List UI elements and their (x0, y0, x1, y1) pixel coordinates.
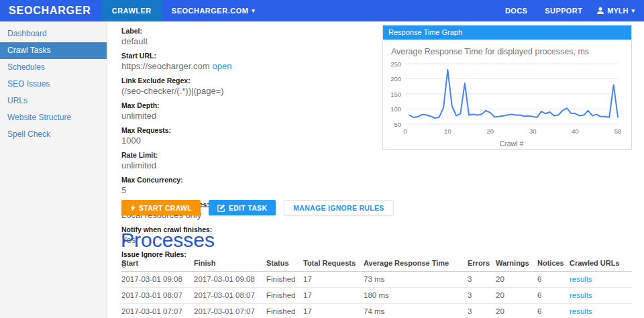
sidebar-item-crawl-tasks[interactable]: Crawl Tasks (0, 42, 107, 59)
start-crawl-button[interactable]: START CRAWL (121, 200, 201, 215)
chevron-down-icon: ▾ (631, 7, 635, 14)
sidebar-item-dashboard[interactable]: Dashboard (0, 25, 107, 42)
results-link[interactable]: results (570, 275, 592, 283)
table-cell: Finished (266, 288, 303, 304)
column-header: Average Response Time (364, 256, 468, 272)
y-tick-label: 150 (390, 91, 401, 98)
start-crawl-label: START CRAWL (139, 204, 192, 212)
x-tick-label: 50 (614, 127, 622, 135)
table-cell: 180 ms (364, 288, 468, 304)
navbar-right: DOCS SUPPORT MYLH ▾ (496, 0, 644, 21)
field-value: (/seo-checker/(.*))|(page=) (121, 86, 370, 96)
table-cell: 2017-03-01 09:08 (194, 272, 266, 288)
task-actions: START CRAWL EDIT TASK MANAGE IGNORE RULE… (121, 200, 394, 215)
x-tick-label: 40 (572, 127, 579, 135)
table-cell: 20 (496, 272, 537, 288)
sidebar-item-spell-check[interactable]: Spell Check (0, 126, 107, 143)
table-cell: 20 (496, 304, 537, 318)
docs-link[interactable]: DOCS (496, 0, 536, 21)
table-cell: results (570, 304, 632, 318)
open-url-link[interactable]: open (213, 61, 232, 71)
nav-tab-crawler[interactable]: CRAWLER (102, 0, 162, 21)
field-value: unlimited (121, 160, 370, 170)
table-cell: 17 (303, 288, 364, 304)
column-header: Crawled URLs (570, 256, 632, 272)
chevron-down-icon: ▾ (252, 7, 255, 14)
table-cell: 74 ms (364, 304, 468, 318)
main-content: Label:defaultStart URL:https://seocharge… (108, 21, 644, 318)
x-tick-label: 30 (529, 127, 537, 135)
brand-logo[interactable]: SEOCHARGER (0, 0, 102, 21)
x-tick-label: 0 (403, 127, 407, 135)
task-field: Max Requests:1000 (121, 126, 370, 146)
y-tick-label: 100 (390, 105, 401, 113)
support-link[interactable]: SUPPORT (536, 0, 591, 21)
table-cell: Finished (266, 304, 303, 318)
response-time-graph-panel: Response Time Graph Average Response Tim… (382, 25, 632, 150)
processes-table-head: StartFinishStatusTotal RequestsAverage R… (121, 256, 632, 272)
column-header: Status (266, 256, 303, 272)
field-label: Link Exclude Regex: (121, 76, 370, 85)
table-cell: 17 (303, 272, 364, 288)
sidebar-item-website-structure[interactable]: Website Structure (0, 109, 107, 126)
user-menu-dropdown[interactable]: MYLH ▾ (591, 0, 644, 21)
edit-icon (217, 204, 225, 212)
column-header: Total Requests (303, 256, 364, 272)
x-tick-label: 10 (444, 127, 451, 135)
edit-task-label: EDIT TASK (229, 204, 267, 212)
user-icon (596, 7, 604, 15)
task-field: Link Exclude Regex:(/seo-checker/(.*))|(… (121, 76, 370, 96)
table-cell: 3 (468, 272, 496, 288)
processes-title: Processes (121, 229, 215, 252)
field-value: https://seocharger.comopen (121, 61, 370, 71)
y-tick-label: 50 (394, 121, 401, 128)
response-time-chart: 5010015020025001020304050Crawl # (387, 59, 627, 149)
table-cell: results (570, 288, 632, 304)
table-cell: 17 (303, 304, 364, 318)
manage-ignore-rules-button[interactable]: MANAGE IGNORE RULES (284, 200, 393, 215)
sidebar: DashboardCrawl TasksSchedulesSEO IssuesU… (0, 21, 107, 318)
task-field: Max Concurrency:5 (121, 176, 370, 195)
results-link[interactable]: results (570, 291, 592, 299)
column-header: Start (121, 256, 194, 272)
edit-task-button[interactable]: EDIT TASK (209, 200, 276, 215)
task-field: Label:default (121, 27, 370, 46)
column-header: Warnings (496, 256, 537, 272)
sidebar-item-seo-issues[interactable]: SEO Issues (0, 76, 107, 93)
field-value: 5 (121, 185, 370, 195)
table-cell: 6 (537, 304, 570, 318)
table-cell: results (570, 272, 632, 288)
field-label: Label: (121, 27, 370, 35)
column-header: Finish (194, 256, 266, 272)
table-cell: 6 (537, 272, 570, 288)
field-label: Max Concurrency: (121, 176, 370, 184)
column-header: Errors (468, 256, 496, 272)
table-cell: 73 ms (364, 272, 468, 288)
site-menu-dropdown[interactable]: SEOCHARGER.COM ▾ (162, 0, 266, 21)
field-value: unlimited (121, 111, 370, 121)
results-link[interactable]: results (570, 307, 592, 315)
chart-x-axis-label: Crawl # (500, 140, 524, 148)
table-cell: 2017-03-01 08:07 (121, 288, 194, 304)
task-field: Start URL:https://seocharger.comopen (121, 52, 370, 71)
manage-ignore-rules-label: MANAGE IGNORE RULES (293, 204, 384, 212)
field-value: default (121, 36, 370, 46)
x-tick-label: 20 (487, 127, 494, 135)
table-row: 2017-03-01 07:072017-03-01 07:07Finished… (121, 304, 632, 318)
table-cell: 2017-03-01 07:07 (194, 304, 266, 318)
table-cell: 3 (468, 304, 496, 318)
table-cell: 6 (537, 288, 570, 304)
task-field: Rate Limit:unlimited (121, 151, 370, 170)
site-menu-label: SEOCHARGER.COM (172, 7, 249, 15)
sidebar-item-urls[interactable]: URLs (0, 93, 107, 109)
field-value: 1000 (121, 136, 370, 146)
table-row: 2017-03-01 09:082017-03-01 09:08Finished… (121, 272, 632, 288)
column-header: Notices (537, 256, 570, 272)
table-cell: 2017-03-01 07:07 (121, 304, 194, 318)
field-label: Max Depth: (121, 101, 370, 109)
lightning-icon (130, 204, 136, 212)
top-navbar: SEOCHARGER CRAWLER SEOCHARGER.COM ▾ DOCS… (0, 0, 644, 21)
sidebar-item-schedules[interactable]: Schedules (0, 59, 107, 76)
table-cell: 3 (468, 288, 496, 304)
table-cell: 2017-03-01 09:08 (121, 272, 194, 288)
